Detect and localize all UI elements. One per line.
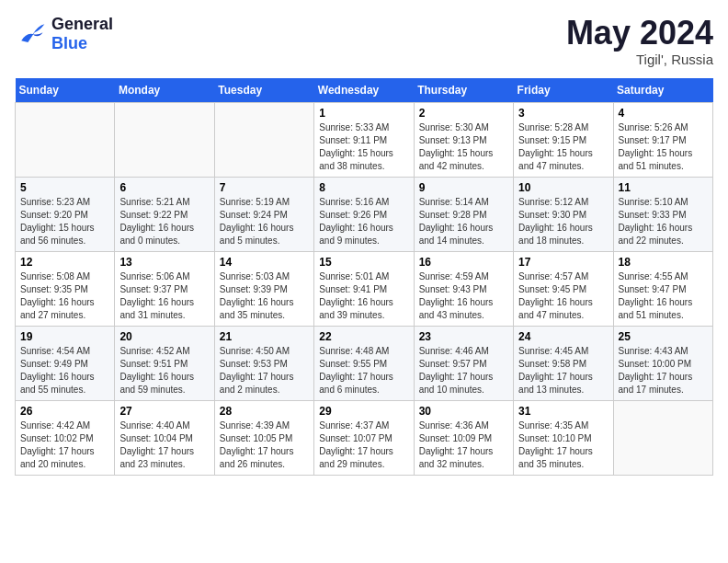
day-number: 15 [319, 256, 408, 269]
day-number: 6 [119, 181, 209, 194]
title-block: May 2024 Tigil', Russia [566, 15, 713, 67]
day-number: 11 [619, 181, 708, 194]
calendar-cell: 17Sunrise: 4:57 AMSunset: 9:45 PMDayligh… [514, 251, 613, 326]
calendar-cell: 24Sunrise: 4:45 AMSunset: 9:58 PMDayligh… [514, 326, 613, 400]
day-info: Sunrise: 5:16 AMSunset: 9:26 PMDaylight:… [319, 196, 408, 247]
calendar-cell: 22Sunrise: 4:48 AMSunset: 9:55 PMDayligh… [314, 326, 414, 400]
day-info: Sunrise: 4:46 AMSunset: 9:57 PMDaylight:… [419, 345, 508, 396]
calendar-cell: 29Sunrise: 4:37 AMSunset: 10:07 PMDaylig… [314, 400, 414, 475]
calendar-cell: 2Sunrise: 5:30 AMSunset: 9:13 PMDaylight… [414, 102, 513, 177]
calendar-table: SundayMondayTuesdayWednesdayThursdayFrid… [15, 78, 713, 476]
day-info: Sunrise: 5:01 AMSunset: 9:41 PMDaylight:… [319, 270, 408, 322]
day-info: Sunrise: 4:55 AMSunset: 9:47 PMDaylight:… [619, 270, 708, 322]
calendar-cell: 20Sunrise: 4:52 AMSunset: 9:51 PMDayligh… [115, 326, 214, 400]
day-number: 27 [119, 405, 209, 418]
day-info: Sunrise: 4:42 AMSunset: 10:02 PMDaylight… [20, 419, 109, 471]
calendar-cell [613, 400, 712, 475]
day-info: Sunrise: 5:14 AMSunset: 9:28 PMDaylight:… [419, 196, 508, 247]
calendar-cell: 27Sunrise: 4:40 AMSunset: 10:04 PMDaylig… [115, 400, 214, 475]
day-info: Sunrise: 4:43 AMSunset: 10:00 PMDaylight… [619, 345, 708, 396]
day-number: 5 [20, 181, 109, 194]
day-info: Sunrise: 4:48 AMSunset: 9:55 PMDaylight:… [319, 345, 408, 396]
logo-icon [15, 17, 48, 51]
day-number: 26 [20, 405, 109, 418]
calendar-cell: 18Sunrise: 4:55 AMSunset: 9:47 PMDayligh… [613, 251, 712, 326]
day-info: Sunrise: 4:57 AMSunset: 9:45 PMDaylight:… [518, 270, 608, 322]
day-info: Sunrise: 5:06 AMSunset: 9:37 PMDaylight:… [119, 270, 209, 322]
day-info: Sunrise: 5:28 AMSunset: 9:15 PMDaylight:… [518, 121, 608, 173]
calendar-cell: 31Sunrise: 4:35 AMSunset: 10:10 PMDaylig… [514, 400, 613, 475]
day-info: Sunrise: 4:45 AMSunset: 9:58 PMDaylight:… [518, 345, 608, 396]
day-info: Sunrise: 5:26 AMSunset: 9:17 PMDaylight:… [619, 121, 708, 173]
day-number: 8 [319, 181, 408, 194]
day-number: 13 [119, 256, 209, 269]
month-title: May 2024 [566, 15, 713, 52]
day-number: 9 [419, 181, 508, 194]
calendar-cell: 13Sunrise: 5:06 AMSunset: 9:37 PMDayligh… [115, 251, 214, 326]
calendar-cell: 11Sunrise: 5:10 AMSunset: 9:33 PMDayligh… [613, 177, 712, 251]
calendar-cell: 21Sunrise: 4:50 AMSunset: 9:53 PMDayligh… [214, 326, 313, 400]
day-number: 14 [220, 256, 309, 269]
day-info: Sunrise: 5:03 AMSunset: 9:39 PMDaylight:… [220, 270, 309, 322]
calendar-cell: 14Sunrise: 5:03 AMSunset: 9:39 PMDayligh… [214, 251, 313, 326]
day-info: Sunrise: 5:08 AMSunset: 9:35 PMDaylight:… [20, 270, 109, 322]
day-info: Sunrise: 4:52 AMSunset: 9:51 PMDaylight:… [119, 345, 209, 396]
calendar-cell: 4Sunrise: 5:26 AMSunset: 9:17 PMDaylight… [613, 102, 712, 177]
day-number: 23 [419, 330, 508, 343]
weekday-header: Sunday [16, 78, 115, 103]
day-number: 30 [419, 405, 508, 418]
day-info: Sunrise: 4:35 AMSunset: 10:10 PMDaylight… [518, 419, 608, 471]
calendar-cell: 30Sunrise: 4:36 AMSunset: 10:09 PMDaylig… [414, 400, 513, 475]
calendar-header: SundayMondayTuesdayWednesdayThursdayFrid… [16, 78, 713, 103]
weekday-header: Monday [115, 78, 214, 103]
day-number: 10 [518, 181, 608, 194]
calendar-cell: 7Sunrise: 5:19 AMSunset: 9:24 PMDaylight… [214, 177, 313, 251]
weekday-header: Thursday [414, 78, 513, 103]
day-number: 29 [319, 405, 408, 418]
location: Tigil', Russia [566, 52, 713, 67]
calendar-cell [115, 102, 214, 177]
calendar-cell: 28Sunrise: 4:39 AMSunset: 10:05 PMDaylig… [214, 400, 313, 475]
day-number: 7 [220, 181, 309, 194]
day-info: Sunrise: 5:19 AMSunset: 9:24 PMDaylight:… [220, 196, 309, 247]
day-number: 22 [319, 330, 408, 343]
logo-text: General Blue [51, 15, 113, 53]
day-info: Sunrise: 5:33 AMSunset: 9:11 PMDaylight:… [319, 121, 408, 173]
day-number: 17 [518, 256, 608, 269]
calendar-cell: 19Sunrise: 4:54 AMSunset: 9:49 PMDayligh… [16, 326, 115, 400]
day-info: Sunrise: 4:40 AMSunset: 10:04 PMDaylight… [119, 419, 209, 471]
calendar-cell: 3Sunrise: 5:28 AMSunset: 9:15 PMDaylight… [514, 102, 613, 177]
weekday-header: Saturday [613, 78, 712, 103]
calendar-cell: 23Sunrise: 4:46 AMSunset: 9:57 PMDayligh… [414, 326, 513, 400]
day-info: Sunrise: 5:30 AMSunset: 9:13 PMDaylight:… [419, 121, 508, 173]
day-number: 1 [319, 107, 408, 120]
calendar-cell: 12Sunrise: 5:08 AMSunset: 9:35 PMDayligh… [16, 251, 115, 326]
day-number: 21 [220, 330, 309, 343]
weekday-header: Friday [514, 78, 613, 103]
day-number: 20 [119, 330, 209, 343]
day-number: 18 [619, 256, 708, 269]
calendar-cell: 15Sunrise: 5:01 AMSunset: 9:41 PMDayligh… [314, 251, 414, 326]
day-info: Sunrise: 4:50 AMSunset: 9:53 PMDaylight:… [220, 345, 309, 396]
day-number: 28 [220, 405, 309, 418]
day-info: Sunrise: 5:10 AMSunset: 9:33 PMDaylight:… [619, 196, 708, 247]
calendar-cell: 25Sunrise: 4:43 AMSunset: 10:00 PMDaylig… [613, 326, 712, 400]
calendar-cell [214, 102, 313, 177]
calendar-cell: 8Sunrise: 5:16 AMSunset: 9:26 PMDaylight… [314, 177, 414, 251]
day-number: 3 [518, 107, 608, 120]
calendar-cell: 9Sunrise: 5:14 AMSunset: 9:28 PMDaylight… [414, 177, 513, 251]
calendar-cell: 26Sunrise: 4:42 AMSunset: 10:02 PMDaylig… [16, 400, 115, 475]
day-info: Sunrise: 5:23 AMSunset: 9:20 PMDaylight:… [20, 196, 109, 247]
day-number: 16 [419, 256, 508, 269]
day-info: Sunrise: 4:36 AMSunset: 10:09 PMDaylight… [419, 419, 508, 471]
day-number: 2 [419, 107, 508, 120]
day-info: Sunrise: 5:12 AMSunset: 9:30 PMDaylight:… [518, 196, 608, 247]
day-number: 24 [518, 330, 608, 343]
day-info: Sunrise: 5:21 AMSunset: 9:22 PMDaylight:… [119, 196, 209, 247]
page-header: General Blue May 2024 Tigil', Russia [15, 15, 713, 67]
day-info: Sunrise: 4:54 AMSunset: 9:49 PMDaylight:… [20, 345, 109, 396]
calendar-cell: 16Sunrise: 4:59 AMSunset: 9:43 PMDayligh… [414, 251, 513, 326]
calendar-cell: 5Sunrise: 5:23 AMSunset: 9:20 PMDaylight… [16, 177, 115, 251]
logo: General Blue [15, 15, 113, 53]
day-number: 25 [619, 330, 708, 343]
